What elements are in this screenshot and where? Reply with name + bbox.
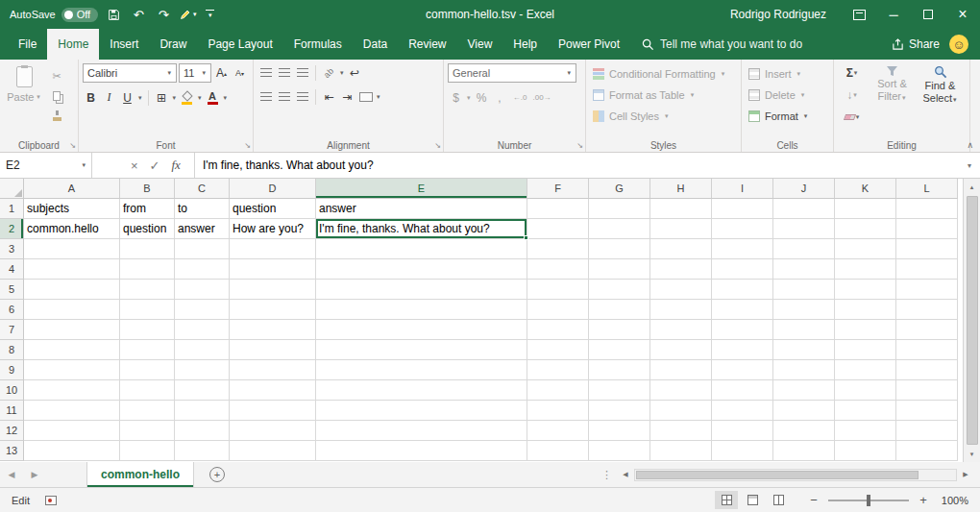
italic-button[interactable]: I <box>101 88 117 107</box>
cell-I6[interactable] <box>712 300 773 320</box>
cell-E4[interactable] <box>316 259 527 280</box>
cell-A1[interactable]: subjects <box>24 199 120 219</box>
column-header-D[interactable]: D <box>230 179 316 199</box>
row-header-2[interactable]: 2 <box>0 219 24 239</box>
cell-F5[interactable] <box>527 280 589 300</box>
vertical-scrollbar[interactable]: ▴ ▾ <box>963 179 980 462</box>
align-top-button[interactable] <box>257 63 274 82</box>
row-header-10[interactable]: 10 <box>0 380 24 401</box>
cell-B5[interactable] <box>120 280 175 300</box>
cell-I8[interactable] <box>712 340 773 360</box>
cell-E6[interactable] <box>316 300 527 320</box>
cell-F1[interactable] <box>527 199 589 219</box>
cell-G12[interactable] <box>589 421 650 441</box>
horizontal-scrollbar-thumb[interactable] <box>636 471 919 479</box>
cell-K10[interactable] <box>835 380 896 401</box>
cell-K6[interactable] <box>835 300 896 320</box>
cell-J11[interactable] <box>773 401 835 421</box>
cell-J2[interactable] <box>773 219 835 239</box>
alignment-dialog-launcher[interactable]: ↘ <box>434 141 441 150</box>
cell-J8[interactable] <box>773 340 835 360</box>
dropdown-icon[interactable]: ▾ <box>138 94 142 102</box>
scroll-up-arrow[interactable]: ▴ <box>964 179 980 195</box>
row-header-8[interactable]: 8 <box>0 340 24 360</box>
enter-button[interactable]: ✓ <box>150 158 160 173</box>
cell-D3[interactable] <box>230 239 316 259</box>
cell-I3[interactable] <box>712 239 773 259</box>
increase-decimal-button[interactable]: ←.0 <box>510 88 530 107</box>
accounting-format-button[interactable]: $ <box>448 88 464 107</box>
cell-I13[interactable] <box>712 441 773 461</box>
cut-button[interactable]: ✂ <box>48 68 65 84</box>
cell-L7[interactable] <box>896 320 958 340</box>
row-header-7[interactable]: 7 <box>0 320 24 340</box>
page-layout-view-button[interactable] <box>741 491 764 509</box>
cell-F2[interactable] <box>527 219 589 239</box>
cell-E5[interactable] <box>316 280 527 300</box>
cell-D4[interactable] <box>230 259 316 280</box>
find-select-button[interactable]: Find & Select▾ <box>918 63 963 126</box>
cell-L13[interactable] <box>896 441 958 461</box>
cell-B7[interactable] <box>120 320 175 340</box>
row-header-6[interactable]: 6 <box>0 300 24 320</box>
cell-F6[interactable] <box>527 300 589 320</box>
cell-B6[interactable] <box>120 300 175 320</box>
cell-B13[interactable] <box>120 441 175 461</box>
cell-I12[interactable] <box>712 421 773 441</box>
cell-J1[interactable] <box>773 199 835 219</box>
underline-button[interactable]: U <box>119 88 135 107</box>
undo-button[interactable]: ↶ <box>129 2 148 27</box>
cell-H5[interactable] <box>650 280 712 300</box>
share-button[interactable]: Share <box>884 29 947 60</box>
cell-E3[interactable] <box>316 239 527 259</box>
pen-tool-button[interactable]: ▾ <box>179 2 198 27</box>
cell-I4[interactable] <box>712 259 773 280</box>
sort-filter-button[interactable]: Sort & Filter▾ <box>870 63 915 126</box>
increase-indent-button[interactable]: ⇥ <box>339 87 355 106</box>
zoom-slider[interactable] <box>828 500 909 501</box>
align-right-button[interactable] <box>294 87 310 106</box>
cell-E1[interactable]: answer <box>316 199 527 219</box>
cell-H4[interactable] <box>650 259 712 280</box>
cell-G9[interactable] <box>589 360 650 380</box>
cell-E11[interactable] <box>316 401 527 421</box>
cell-G4[interactable] <box>589 259 650 280</box>
row-header-13[interactable]: 13 <box>0 441 24 461</box>
cell-A13[interactable] <box>24 441 120 461</box>
scroll-right-arrow[interactable]: ▶ <box>957 471 974 478</box>
cell-B3[interactable] <box>120 239 175 259</box>
minimize-button[interactable]: ─ <box>876 0 911 29</box>
cell-F4[interactable] <box>527 259 589 280</box>
new-sheet-button[interactable]: + <box>209 467 225 482</box>
dropdown-icon[interactable]: ▾ <box>173 94 177 102</box>
font-dialog-launcher[interactable]: ↘ <box>244 141 251 150</box>
cell-D7[interactable] <box>230 320 316 340</box>
cell-J13[interactable] <box>773 441 835 461</box>
decrease-font-size-button[interactable]: A▾ <box>232 64 248 83</box>
borders-button[interactable]: ⊞ <box>154 88 170 107</box>
increase-font-size-button[interactable]: A▴ <box>213 64 230 83</box>
cell-I1[interactable] <box>712 199 773 219</box>
autosum-button[interactable]: Σ▾ <box>845 63 861 82</box>
cell-F10[interactable] <box>527 380 589 401</box>
tab-power-pivot[interactable]: Power Pivot <box>548 29 630 60</box>
cell-K5[interactable] <box>835 280 896 300</box>
orientation-button[interactable]: ab <box>321 63 337 82</box>
cell-G6[interactable] <box>589 300 650 320</box>
cell-F9[interactable] <box>527 360 589 380</box>
cell-J7[interactable] <box>773 320 835 340</box>
cell-D6[interactable] <box>230 300 316 320</box>
scroll-left-arrow[interactable]: ◀ <box>617 471 634 478</box>
cell-I11[interactable] <box>712 401 773 421</box>
cell-C3[interactable] <box>175 239 230 259</box>
merge-center-button[interactable] <box>357 87 374 106</box>
cell-L10[interactable] <box>896 380 958 401</box>
cell-G1[interactable] <box>589 199 650 219</box>
align-bottom-button[interactable] <box>294 63 310 82</box>
cell-I9[interactable] <box>712 360 773 380</box>
cell-A11[interactable] <box>24 401 120 421</box>
font-size-select[interactable]: 11▾ <box>179 63 211 83</box>
cell-I10[interactable] <box>712 380 773 401</box>
cell-H2[interactable] <box>650 219 712 239</box>
ribbon-display-options-button[interactable] <box>842 0 876 29</box>
